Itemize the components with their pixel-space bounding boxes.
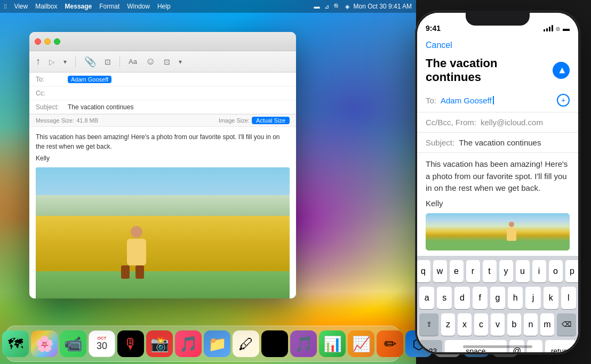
image-size-button[interactable]: Actual Size [252,117,290,124]
dock-numbers[interactable]: 📊 [319,330,346,357]
more-icon[interactable]: ⊡ [164,58,170,66]
key-p[interactable]: p [565,260,579,282]
key-j[interactable]: j [525,287,540,309]
key-l[interactable]: l [561,287,576,309]
key-s[interactable]: s [437,287,452,309]
menu-message[interactable]: Message [65,3,92,10]
key-c[interactable]: c [474,313,488,336]
key-a[interactable]: a [419,287,434,309]
to-label: To: [36,76,68,83]
mail-body[interactable]: This vacation has been amazing! Here's a… [29,127,296,298]
dock-facetime[interactable]: 📹 [60,330,86,357]
iphone-device: 9:41 ⌾ ▬ Cancel The vacation continues [415,11,580,354]
iphone-attached-photo [426,213,570,250]
key-h[interactable]: h [508,287,523,309]
to-field-row[interactable]: To: Adam Gooseff [29,72,296,86]
key-k[interactable]: k [544,287,558,309]
menu-view[interactable]: View [14,3,28,10]
dock-podcasts[interactable]: 🎵 [290,330,317,357]
cc-field-row[interactable]: Cc: [29,86,296,100]
key-return[interactable]: return [545,340,576,353]
image-size-label: Image Size: [219,117,250,124]
key-g[interactable]: g [490,287,505,309]
dock-music[interactable]: 🎵 [175,330,202,357]
format-icon[interactable]: Aa [129,58,137,66]
key-r[interactable]: r [466,260,480,282]
key-b[interactable]: b [507,313,521,336]
dock-photo-booth[interactable]: 📸 [146,330,173,357]
key-n[interactable]: n [524,313,538,336]
dock-maps[interactable]: 🗺 [2,330,29,357]
key-u[interactable]: u [516,260,530,282]
close-button[interactable] [35,38,41,45]
key-m[interactable]: m [540,313,554,336]
iphone-cc-row[interactable]: Cc/Bcc, From: kelly@icloud.com [417,112,578,133]
menu-window[interactable]: Window [127,3,150,10]
key-v[interactable]: v [491,313,505,336]
iphone-subject-field-value: The vacation continues [459,138,541,147]
menubar-right: ▬ ⊿ 🔍 ◈ Mon Oct 30 9:41 AM [314,3,412,10]
key-shift[interactable]: ⇧ [419,313,438,336]
iphone-subject-label: Subject: [426,138,454,147]
body-text: This vacation has been amazing! Here's a… [36,132,290,151]
message-size-value: 41.8 MB [76,117,98,124]
dock-appletv[interactable]: ▶ [261,330,288,357]
key-w[interactable]: w [433,260,447,282]
menubar-left:  View Mailbox Message Format Window Hel… [4,3,171,10]
maximize-button[interactable] [54,38,60,45]
message-size-row: Message Size: 41.8 MB Image Size: Actual… [29,115,296,127]
cancel-button[interactable]: Cancel [426,41,452,50]
key-i[interactable]: i [532,260,546,282]
dock-voice-memos[interactable]: 🎙 [117,330,144,357]
photo-landscape-bg [36,167,290,298]
apple-menu[interactable]:  [4,3,6,10]
menu-format[interactable]: Format [99,3,119,10]
iphone-from-value: kelly@icloud.com [481,118,543,127]
send-icon[interactable]: ↑ [36,56,41,67]
iphone-signature: Kelly [426,199,570,208]
dropdown-icon[interactable]: ▾ [179,58,182,66]
back-icon[interactable]: ▷ [49,58,55,66]
iphone-to-row[interactable]: To: Adam Gooseff + [417,88,578,112]
key-f[interactable]: f [473,287,488,309]
add-recipient-button[interactable]: + [557,94,570,107]
attachment-icon[interactable]: 📎 [84,56,96,68]
menu-mailbox[interactable]: Mailbox [35,3,57,10]
mail-fields: To: Adam Gooseff Cc: Subject: The vacati… [29,72,296,115]
iphone-to-value: Adam Gooseff [441,96,492,105]
mail-compose-window: ↑ ▷ ▾ 📎 ⊡ Aa ☺ ⊡ ▾ To: Adam Gooseff Cc: … [29,32,296,298]
minimize-button[interactable] [44,38,51,45]
mail-titlebar [29,32,296,51]
key-delete[interactable]: ⌫ [557,313,576,336]
iphone-subject-field-row[interactable]: Subject: The vacation continues [417,133,578,153]
to-recipient[interactable]: Adam Gooseff [68,76,111,83]
dock-pages[interactable]: ✏ [377,330,403,357]
dock-freeform[interactable]: 🖊 [233,330,259,357]
iphone-mail-header: Cancel [417,36,578,54]
key-z[interactable]: z [441,313,455,336]
emoji-icon[interactable]: ☺ [146,56,155,67]
photo-icon[interactable]: ⊡ [105,58,111,66]
key-q[interactable]: q [417,260,430,282]
key-e[interactable]: e [450,260,464,282]
key-x[interactable]: x [458,313,472,336]
subject-field-row[interactable]: Subject: The vacation continues [29,100,296,114]
dock-keynote[interactable]: 📈 [348,330,374,357]
key-d[interactable]: d [454,287,469,309]
key-y[interactable]: y [499,260,513,282]
signal-icon [544,25,553,31]
dock-files[interactable]: 📁 [204,330,230,357]
dock-photos[interactable]: 🌸 [31,330,58,357]
search-icon[interactable]: 🔍 [333,3,341,10]
key-o[interactable]: o [549,260,563,282]
dock-calendar[interactable]: OCT 30 [89,330,115,357]
send-button[interactable]: ▶ [553,62,570,79]
iphone-subject-text: The vacation continues [426,56,553,84]
dock: ⊞ 🧭 💬 ✉ 🗺 🌸 📹 OCT 30 🎙 📸 🎵 📁 🖊 ▶ 🎵 📊 📈 ✏… [5,326,400,362]
key-t[interactable]: t [483,260,497,282]
siri-icon[interactable]: ◈ [345,3,349,10]
menu-help[interactable]: Help [157,3,171,10]
subject-label: Subject: [36,103,68,111]
chevron-down-icon[interactable]: ▾ [63,58,67,66]
iphone-mail-body[interactable]: This vacation has been amazing! Here's a… [417,153,578,256]
